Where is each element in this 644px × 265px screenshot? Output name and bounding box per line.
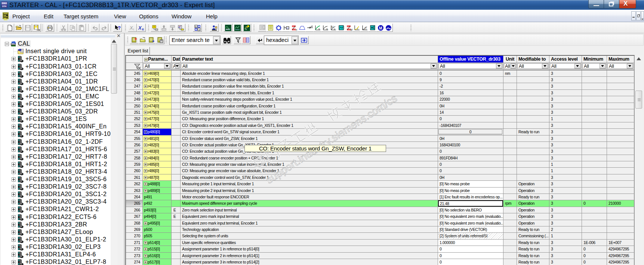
svg-text:X: X: [138, 25, 142, 31]
svg-text:E: E: [142, 28, 144, 31]
svg-text:I: I: [133, 28, 134, 31]
svg-text:U: U: [332, 25, 333, 28]
svg-text:N: N: [245, 28, 247, 30]
svg-text:3: 3: [198, 28, 200, 31]
svg-text:I: I: [366, 27, 366, 30]
svg-text:n: n: [296, 28, 297, 31]
svg-text:n: n: [326, 28, 328, 30]
svg-text:?: ?: [118, 25, 121, 31]
svg-text:8: 8: [195, 25, 197, 28]
svg-text:I: I: [357, 27, 358, 30]
svg-text:M: M: [379, 26, 382, 30]
svg-text:f: f: [334, 28, 335, 31]
svg-text:+10: +10: [37, 29, 40, 31]
svg-text:n: n: [318, 28, 320, 30]
